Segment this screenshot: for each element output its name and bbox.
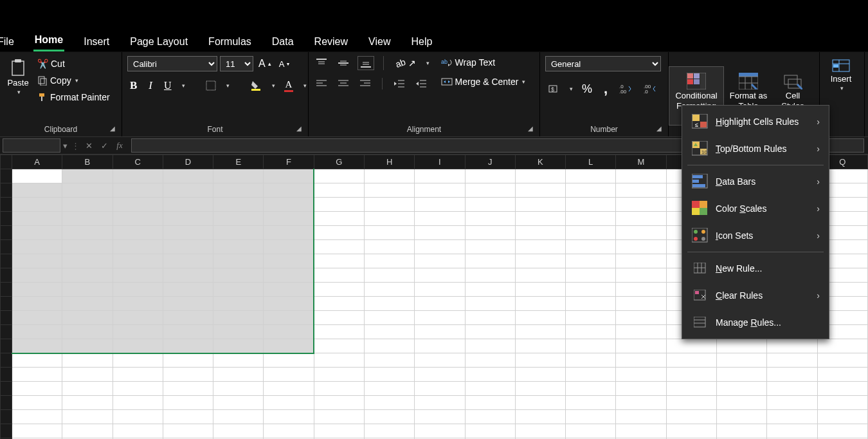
- cell[interactable]: [12, 198, 62, 212]
- cell[interactable]: [113, 212, 163, 226]
- cell[interactable]: [163, 410, 213, 424]
- menu-color-scales[interactable]: Color Scales ›: [682, 195, 829, 222]
- cell[interactable]: [616, 297, 666, 311]
- cell[interactable]: [364, 198, 414, 212]
- cell[interactable]: [264, 183, 314, 198]
- cell[interactable]: [515, 368, 565, 382]
- cell[interactable]: [515, 297, 565, 311]
- cell[interactable]: [163, 311, 213, 325]
- cell[interactable]: [314, 339, 364, 353]
- cell[interactable]: [314, 311, 364, 325]
- row-header[interactable]: [1, 254, 12, 268]
- cell[interactable]: [364, 268, 414, 283]
- cell[interactable]: [566, 382, 616, 396]
- tab-insert[interactable]: Insert: [82, 32, 111, 51]
- orientation-button[interactable]: ab↗: [393, 57, 419, 70]
- cell[interactable]: [415, 339, 465, 353]
- align-top-button[interactable]: [314, 57, 329, 70]
- cell[interactable]: [314, 410, 364, 424]
- cell[interactable]: [465, 325, 515, 339]
- row-header[interactable]: [1, 297, 12, 311]
- cell[interactable]: [62, 368, 113, 382]
- cell[interactable]: [566, 212, 616, 226]
- cell[interactable]: [314, 297, 364, 311]
- cell[interactable]: [163, 339, 213, 353]
- cell[interactable]: [415, 169, 465, 183]
- cell[interactable]: [62, 325, 113, 339]
- tab-review[interactable]: Review: [313, 32, 349, 51]
- cell[interactable]: [364, 240, 414, 254]
- cell[interactable]: [113, 169, 163, 183]
- cell[interactable]: [415, 212, 465, 226]
- cell[interactable]: [566, 325, 616, 339]
- cell[interactable]: [62, 353, 113, 368]
- cell[interactable]: [213, 297, 264, 311]
- cell[interactable]: [113, 183, 163, 198]
- cell[interactable]: [364, 283, 414, 297]
- cell[interactable]: [415, 254, 465, 268]
- increase-indent-button[interactable]: [413, 78, 429, 89]
- align-center-button[interactable]: [336, 78, 351, 89]
- percent-button[interactable]: %: [579, 81, 595, 97]
- cell[interactable]: [415, 325, 465, 339]
- row-header[interactable]: [1, 240, 12, 254]
- cell[interactable]: [817, 424, 868, 438]
- cell[interactable]: [666, 396, 716, 410]
- row-header[interactable]: [1, 311, 12, 325]
- cell[interactable]: [616, 212, 666, 226]
- cell[interactable]: [566, 283, 616, 297]
- cell[interactable]: [364, 325, 414, 339]
- row-header[interactable]: [1, 283, 12, 297]
- cell[interactable]: [616, 198, 666, 212]
- cell[interactable]: [213, 382, 264, 396]
- underline-button[interactable]: U: [161, 79, 174, 93]
- cell[interactable]: [213, 254, 264, 268]
- column-header[interactable]: B: [62, 155, 113, 169]
- row-header[interactable]: [1, 226, 12, 240]
- format-painter-button[interactable]: Format Painter: [35, 91, 113, 104]
- cell[interactable]: [716, 396, 766, 410]
- cell[interactable]: [616, 382, 666, 396]
- italic-button[interactable]: I: [146, 78, 155, 93]
- cell[interactable]: [314, 382, 364, 396]
- column-header[interactable]: F: [264, 155, 314, 169]
- cell[interactable]: [465, 424, 515, 438]
- cell[interactable]: [12, 226, 62, 240]
- cell[interactable]: [314, 353, 364, 368]
- cell[interactable]: [817, 382, 868, 396]
- cell[interactable]: [113, 311, 163, 325]
- cell[interactable]: [515, 240, 565, 254]
- insert-cells-button[interactable]: Insert▾: [822, 55, 860, 94]
- cell[interactable]: [12, 410, 62, 424]
- cell[interactable]: [213, 212, 264, 226]
- cell[interactable]: [12, 311, 62, 325]
- column-header[interactable]: H: [364, 155, 414, 169]
- cell[interactable]: [415, 368, 465, 382]
- menu-data-bars[interactable]: Data Bars ›: [682, 168, 829, 195]
- cell[interactable]: [213, 339, 264, 353]
- cell[interactable]: [515, 353, 565, 368]
- select-all-corner[interactable]: [1, 155, 12, 169]
- cell[interactable]: [415, 382, 465, 396]
- cell[interactable]: [616, 311, 666, 325]
- cell[interactable]: [515, 169, 565, 183]
- cell[interactable]: [465, 226, 515, 240]
- align-bottom-button[interactable]: [357, 56, 374, 70]
- column-header[interactable]: G: [314, 155, 364, 169]
- cell[interactable]: [566, 410, 616, 424]
- cell[interactable]: [415, 268, 465, 283]
- dialog-launcher-icon[interactable]: ◢: [296, 125, 304, 133]
- cell[interactable]: [113, 325, 163, 339]
- cell[interactable]: [364, 212, 414, 226]
- cell[interactable]: [12, 283, 62, 297]
- cell[interactable]: [767, 396, 817, 410]
- cell[interactable]: [616, 368, 666, 382]
- cell[interactable]: [264, 297, 314, 311]
- cell[interactable]: [163, 183, 213, 198]
- cell[interactable]: [314, 254, 364, 268]
- cell[interactable]: [566, 198, 616, 212]
- column-header[interactable]: I: [415, 155, 465, 169]
- cell[interactable]: [666, 353, 716, 368]
- cell[interactable]: [213, 183, 264, 198]
- cell[interactable]: [666, 368, 716, 382]
